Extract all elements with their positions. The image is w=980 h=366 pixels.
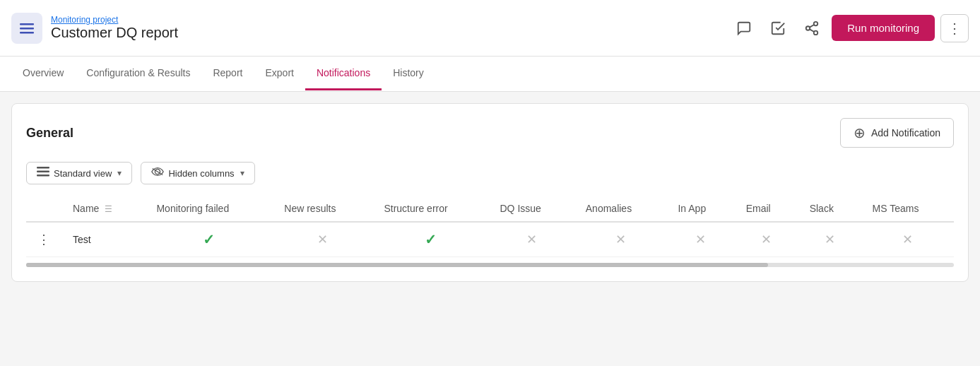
table-toolbar: Standard view ▾ Hidden columns ▾ xyxy=(26,162,954,184)
card-header: General ⊕ Add Notification xyxy=(26,118,954,148)
check-icon: ✓ xyxy=(425,232,437,247)
add-circle-icon: ⊕ xyxy=(854,124,866,141)
breadcrumb[interactable]: Monitoring project xyxy=(51,15,178,25)
run-monitoring-button[interactable]: Run monitoring xyxy=(832,15,935,41)
tab-history[interactable]: History xyxy=(382,57,435,90)
svg-point-3 xyxy=(814,21,818,25)
col-new-results: New results xyxy=(273,196,372,222)
svg-rect-2 xyxy=(20,32,34,34)
checklist-button[interactable] xyxy=(764,14,792,42)
general-card: General ⊕ Add Notification Standard view… xyxy=(11,103,969,282)
svg-point-4 xyxy=(806,26,810,30)
svg-point-5 xyxy=(814,30,818,34)
svg-rect-0 xyxy=(20,23,34,25)
add-notification-button[interactable]: ⊕ Add Notification xyxy=(840,118,954,148)
col-dq-issue: DQ Issue xyxy=(489,196,574,222)
col-in-app: In App xyxy=(666,196,734,222)
row-in-app-cell: ✕ xyxy=(666,222,734,257)
hidden-columns-button[interactable]: Hidden columns ▾ xyxy=(141,162,254,184)
row-anomalies-cell: ✕ xyxy=(574,222,667,257)
notifications-table-wrapper: Name ☰ Monitoring failed New results Str… xyxy=(26,196,954,257)
row-menu-button[interactable]: ⋮ xyxy=(37,232,50,247)
row-slack-cell: ✕ xyxy=(798,222,861,257)
tab-report[interactable]: Report xyxy=(201,57,254,90)
hidden-columns-label: Hidden columns xyxy=(168,168,234,179)
col-name-label: Name xyxy=(73,203,99,214)
cross-icon: ✕ xyxy=(825,232,835,247)
table-row: ⋮ Test ✓ ✕ ✓ xyxy=(26,222,954,257)
table-header-row: Name ☰ Monitoring failed New results Str… xyxy=(26,196,954,222)
col-slack: Slack xyxy=(798,196,861,222)
row-ms-teams-cell: ✕ xyxy=(861,222,954,257)
svg-rect-1 xyxy=(20,28,34,30)
cross-icon: ✕ xyxy=(526,232,537,247)
row-monitoring-failed-cell: ✓ xyxy=(145,222,273,257)
svg-rect-9 xyxy=(37,171,49,173)
col-email: Email xyxy=(735,196,798,222)
page-title: Customer DQ report xyxy=(51,25,178,41)
scrollbar-thumb[interactable] xyxy=(26,263,768,267)
header-actions: Run monitoring ⋮ xyxy=(730,14,969,42)
sidebar-toggle-button[interactable] xyxy=(11,13,42,44)
comment-button[interactable] xyxy=(730,14,758,42)
header-left: Monitoring project Customer DQ report xyxy=(11,13,730,44)
navigation-tabs: Overview Configuration & Results Report … xyxy=(0,57,980,92)
row-new-results-cell: ✕ xyxy=(273,222,372,257)
more-options-button[interactable]: ⋮ xyxy=(940,14,969,42)
tab-notifications[interactable]: Notifications xyxy=(305,57,382,90)
share-button[interactable] xyxy=(798,14,826,42)
col-menu xyxy=(26,196,61,222)
standard-view-button[interactable]: Standard view ▾ xyxy=(26,162,132,184)
add-notification-label: Add Notification xyxy=(871,127,940,138)
card-title: General xyxy=(26,126,73,141)
hidden-columns-chevron-icon: ▾ xyxy=(240,168,244,178)
more-options-icon: ⋮ xyxy=(947,20,962,37)
row-dq-issue-cell: ✕ xyxy=(489,222,574,257)
tab-configuration[interactable]: Configuration & Results xyxy=(75,57,201,90)
svg-line-6 xyxy=(810,29,814,32)
row-name: Test xyxy=(73,234,91,245)
main-content: General ⊕ Add Notification Standard view… xyxy=(0,92,980,293)
header-title-block: Monitoring project Customer DQ report xyxy=(51,15,178,41)
notifications-table: Name ☰ Monitoring failed New results Str… xyxy=(26,196,954,257)
svg-rect-10 xyxy=(37,175,49,177)
row-menu-cell: ⋮ xyxy=(26,222,61,257)
standard-view-chevron-icon: ▾ xyxy=(117,168,122,178)
row-structure-error-cell: ✓ xyxy=(372,222,488,257)
cross-icon: ✕ xyxy=(902,232,913,247)
check-icon: ✓ xyxy=(203,232,215,247)
name-filter-icon[interactable]: ☰ xyxy=(105,204,112,214)
tab-overview[interactable]: Overview xyxy=(11,57,75,90)
col-monitoring-failed: Monitoring failed xyxy=(145,196,273,222)
page-header: Monitoring project Customer DQ report Ru… xyxy=(0,0,980,57)
standard-view-icon xyxy=(37,167,49,179)
horizontal-scrollbar[interactable] xyxy=(26,263,954,267)
col-ms-teams: MS Teams xyxy=(861,196,954,222)
col-name: Name ☰ xyxy=(61,196,145,222)
row-email-cell: ✕ xyxy=(735,222,798,257)
cross-icon: ✕ xyxy=(615,232,626,247)
col-structure-error: Structure error xyxy=(372,196,488,222)
cross-icon: ✕ xyxy=(317,232,328,247)
cross-icon: ✕ xyxy=(695,232,706,247)
svg-rect-8 xyxy=(37,167,49,169)
cross-icon: ✕ xyxy=(761,232,772,247)
hidden-columns-icon xyxy=(151,167,164,179)
tab-export[interactable]: Export xyxy=(254,57,305,90)
row-name-cell: Test xyxy=(61,222,145,257)
col-anomalies: Anomalies xyxy=(574,196,667,222)
standard-view-label: Standard view xyxy=(54,168,112,179)
svg-line-7 xyxy=(810,24,814,27)
